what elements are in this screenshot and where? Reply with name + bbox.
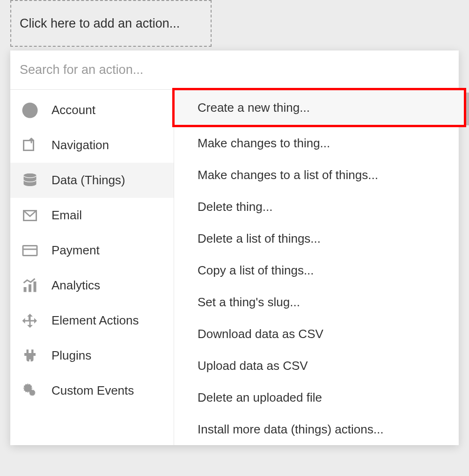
action-upload-csv[interactable]: Upload data as CSV <box>174 350 459 382</box>
gears-icon <box>20 381 40 401</box>
element-icon <box>20 310 40 331</box>
action-download-csv[interactable]: Download data as CSV <box>174 318 459 350</box>
category-account[interactable]: Account <box>10 93 174 128</box>
category-payment[interactable]: Payment <box>10 233 174 268</box>
category-email[interactable]: Email <box>10 198 174 233</box>
action-create-new-thing[interactable]: Create a new thing... <box>172 88 466 127</box>
action-delete-uploaded-file[interactable]: Delete an uploaded file <box>174 382 459 413</box>
category-label: Email <box>51 208 82 223</box>
svg-rect-9 <box>29 284 31 292</box>
category-label: Navigation <box>51 138 109 152</box>
svg-point-12 <box>26 387 30 390</box>
action-install-more[interactable]: Install more data (things) actions... <box>174 413 459 445</box>
action-label: Create a new thing... <box>198 101 310 115</box>
category-label: Element Actions <box>51 313 139 328</box>
picker-columns: Account Navigation Data (Things) Email <box>10 90 459 445</box>
action-label: Delete a list of things... <box>198 231 321 246</box>
action-label: Upload data as CSV <box>198 359 308 373</box>
action-make-changes-thing[interactable]: Make changes to thing... <box>174 127 459 159</box>
category-navigation[interactable]: Navigation <box>10 128 174 163</box>
svg-point-1 <box>27 105 33 111</box>
category-list: Account Navigation Data (Things) Email <box>10 90 174 445</box>
action-make-changes-list[interactable]: Make changes to a list of things... <box>174 159 459 191</box>
action-label: Set a thing's slug... <box>198 295 300 310</box>
action-label: Delete thing... <box>198 200 272 214</box>
svg-rect-6 <box>23 245 37 255</box>
account-icon <box>20 100 40 121</box>
category-label: Account <box>51 103 95 117</box>
action-label: Download data as CSV <box>198 327 323 341</box>
category-label: Data (Things) <box>51 173 125 188</box>
category-plugins[interactable]: Plugins <box>10 338 174 373</box>
action-label: Delete an uploaded file <box>198 390 322 405</box>
action-label: Install more data (things) actions... <box>198 422 383 437</box>
category-label: Analytics <box>51 278 100 293</box>
svg-point-13 <box>31 392 33 394</box>
svg-rect-10 <box>34 281 37 292</box>
category-analytics[interactable]: Analytics <box>10 268 174 303</box>
action-set-slug[interactable]: Set a thing's slug... <box>174 286 459 318</box>
action-copy-list[interactable]: Copy a list of things... <box>174 254 459 286</box>
action-list: Create a new thing... Make changes to th… <box>174 90 459 445</box>
email-icon <box>20 205 40 226</box>
category-custom-events[interactable]: Custom Events <box>10 373 174 408</box>
search-input[interactable] <box>20 63 449 77</box>
payment-icon <box>20 240 40 261</box>
action-label: Make changes to a list of things... <box>198 168 378 182</box>
action-label: Make changes to thing... <box>198 136 330 151</box>
database-icon <box>20 170 40 191</box>
category-label: Custom Events <box>51 383 134 398</box>
category-element-actions[interactable]: Element Actions <box>10 303 174 338</box>
category-label: Payment <box>51 243 100 258</box>
category-label: Plugins <box>51 348 91 363</box>
action-picker-panel: Account Navigation Data (Things) Email <box>10 50 459 445</box>
category-data-things[interactable]: Data (Things) <box>10 163 174 198</box>
add-action-placeholder-box[interactable]: Click here to add an action... <box>10 0 212 47</box>
action-delete-thing[interactable]: Delete thing... <box>174 191 459 223</box>
add-action-placeholder-text: Click here to add an action... <box>20 16 180 31</box>
navigation-icon <box>20 135 40 156</box>
svg-rect-8 <box>24 287 27 292</box>
analytics-icon <box>20 275 40 296</box>
search-row <box>10 50 459 90</box>
plugins-icon <box>20 346 40 366</box>
action-delete-list[interactable]: Delete a list of things... <box>174 223 459 254</box>
action-label: Copy a list of things... <box>198 263 314 278</box>
